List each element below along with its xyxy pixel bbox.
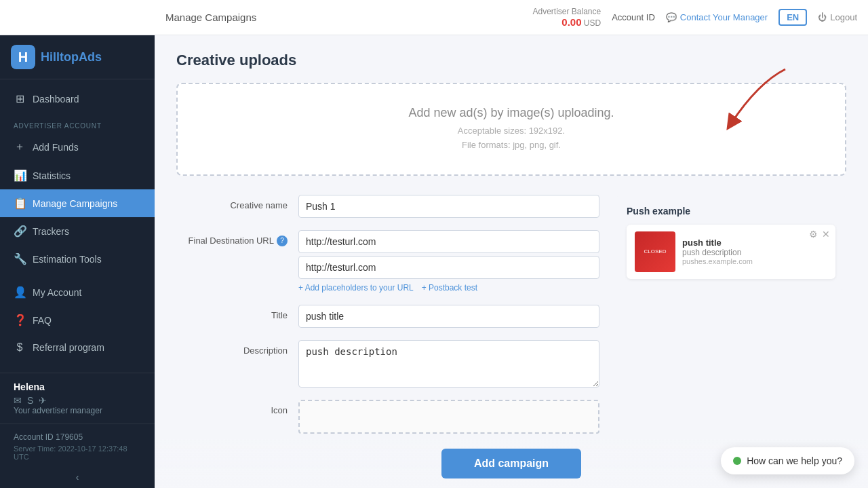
chat-icon: 💬 [666,12,677,22]
sidebar-collapse-btn[interactable]: ‹ [0,466,155,488]
manage-campaigns-icon: 📋 [14,197,26,210]
push-card-content: push title push description pushes.examp… [682,238,827,265]
sidebar-item-add-funds[interactable]: ＋ Add Funds [0,132,155,162]
push-settings-icon[interactable]: ⚙ [809,229,818,240]
upload-sub-line2: File formats: jpg, png, gif. [199,138,823,153]
trackers-icon: 🔗 [14,225,26,238]
sidebar-label-faq: FAQ [33,315,52,326]
push-example-panel: Push example CLOSED push title push desc… [616,195,846,446]
balance-amount: 0.00 USD [532,16,601,28]
logo-text-2: Ads [79,50,102,64]
push-example-title: Push example [627,206,835,217]
manager-name: Helena [14,381,141,392]
sidebar-item-statistics[interactable]: 📊 Statistics [0,162,155,189]
balance-currency: USD [584,18,601,28]
sidebar-item-manage-campaigns[interactable]: 📋 Manage Campaigns [0,189,155,217]
icon-upload-area[interactable] [298,400,599,434]
form-row-icon: Icon [176,400,599,434]
sidebar-item-my-account[interactable]: 👤 My Account [0,278,155,306]
upload-section: Add new ad(s) by image(s) uploading. Acc… [176,83,846,176]
logout-icon: ⏻ [818,12,827,22]
header-account-id: Account ID [612,12,655,22]
push-card-actions: ⚙ ✕ [809,229,830,240]
upload-sub-line1: Acceptable sizes: 192x192. [199,124,823,138]
form-label-description: Description [176,340,298,356]
sidebar-section-advertiser: ADVERTISER ACCOUNT [0,113,155,132]
sidebar-label-add-funds: Add Funds [33,142,79,153]
logo-text-1: Hilltop [41,50,79,64]
sidebar-item-dashboard[interactable]: ⊞ Dashboard [0,85,155,113]
sidebar-label-manage-campaigns: Manage Campaigns [33,198,117,209]
dashboard-icon: ⊞ [14,92,26,105]
final-url-input-main[interactable] [298,256,599,279]
help-icon-url[interactable]: ? [277,236,288,246]
description-input[interactable]: push description [298,340,599,388]
url-links: + Add placeholders to your URL + Postbac… [298,282,599,293]
sidebar-item-referral[interactable]: $ Referral program [0,334,155,361]
push-thumbnail: CLOSED [635,231,675,272]
final-url-label-text: Final Destination URL [189,236,274,246]
sidebar-manager: Helena ✉ S ✈ Your advertiser manager [0,373,155,424]
sidebar-label-my-account: My Account [33,287,81,298]
sidebar-nav: ⊞ Dashboard ADVERTISER ACCOUNT ＋ Add Fun… [0,79,155,373]
header: Manage Campaigns Advertiser Balance 0.00… [0,0,868,35]
manager-email-icon[interactable]: ✉ [14,395,22,406]
page-title: Creative uploads [176,52,846,69]
title-input[interactable] [298,305,599,328]
creative-name-input[interactable] [298,195,599,218]
form-row-title: Title [176,305,599,328]
contact-manager-btn[interactable]: 💬 Contact Your Manager [666,12,768,22]
sidebar-label-dashboard: Dashboard [33,94,79,105]
contact-manager-label: Contact Your Manager [680,12,768,22]
server-time-label: Server Time: [14,445,56,453]
form-label-icon: Icon [176,400,298,415]
header-actions: Advertiser Balance 0.00 USD Account ID 💬… [532,7,857,28]
sidebar-account-id: Account ID 179605 [14,432,141,442]
language-button[interactable]: EN [778,9,807,26]
server-time: Server Time: 2022-10-17 12:37:48 UTC [14,445,141,461]
push-close-icon[interactable]: ✕ [822,229,830,240]
sidebar-label-trackers: Trackers [33,226,69,237]
header-title: Manage Campaigns [165,12,256,23]
push-example-box: Push example CLOSED push title push desc… [616,195,846,290]
manager-telegram-icon[interactable]: ✈ [39,395,47,406]
manager-skype-icon[interactable]: S [27,395,33,406]
logout-button[interactable]: ⏻ Logout [818,12,857,22]
add-campaign-button[interactable]: Add campaign [441,449,581,478]
upload-area[interactable]: Add new ad(s) by image(s) uploading. Acc… [176,83,846,176]
add-placeholders-link[interactable]: + Add placeholders to your URL [298,283,414,293]
logo-text: HilltopAds [41,50,102,64]
form-label-creative-name: Creative name [176,195,298,210]
form-row-creative-name: Creative name [176,195,599,218]
chat-widget[interactable]: How can we help you? [721,447,854,474]
postback-test-link[interactable]: + Postback test [422,283,477,293]
manager-icons: ✉ S ✈ [14,395,141,406]
final-url-input-top[interactable] [298,230,599,253]
sidebar-footer: Account ID 179605 Server Time: 2022-10-1… [0,424,155,466]
sidebar: H HilltopAds ⊞ Dashboard ADVERTISER ACCO… [0,35,155,488]
push-card-url: pushes.example.com [682,257,827,265]
push-card-title: push title [682,238,827,248]
my-account-icon: 👤 [14,286,26,299]
advertiser-balance: Advertiser Balance 0.00 USD [532,7,601,28]
form-label-title: Title [176,305,298,320]
estimation-tools-icon: 🔧 [14,252,26,265]
balance-label: Advertiser Balance [532,7,601,16]
sidebar-label-referral: Referral program [33,342,104,353]
faq-icon: ❓ [14,314,26,326]
sidebar-logo: H HilltopAds [0,35,155,79]
sidebar-item-faq[interactable]: ❓ FAQ [0,306,155,334]
header-left: Manage Campaigns [11,12,256,23]
collapse-icon: ‹ [76,472,79,483]
sidebar-item-estimation-tools[interactable]: 🔧 Estimation Tools [0,245,155,273]
form-left: Creative name Final Destination URL ? [176,195,599,446]
statistics-icon: 📊 [14,169,26,182]
final-url-input-group: + Add placeholders to your URL + Postbac… [298,230,599,293]
push-card-desc: push description [682,248,827,257]
layout: H HilltopAds ⊞ Dashboard ADVERTISER ACCO… [0,35,868,488]
sidebar-item-trackers[interactable]: 🔗 Trackers [0,217,155,245]
logo-icon: H [11,45,35,69]
push-thumb-inner: CLOSED [635,231,675,272]
upload-main-text: Add new ad(s) by image(s) uploading. [199,106,823,120]
sidebar-label-estimation-tools: Estimation Tools [33,254,102,265]
